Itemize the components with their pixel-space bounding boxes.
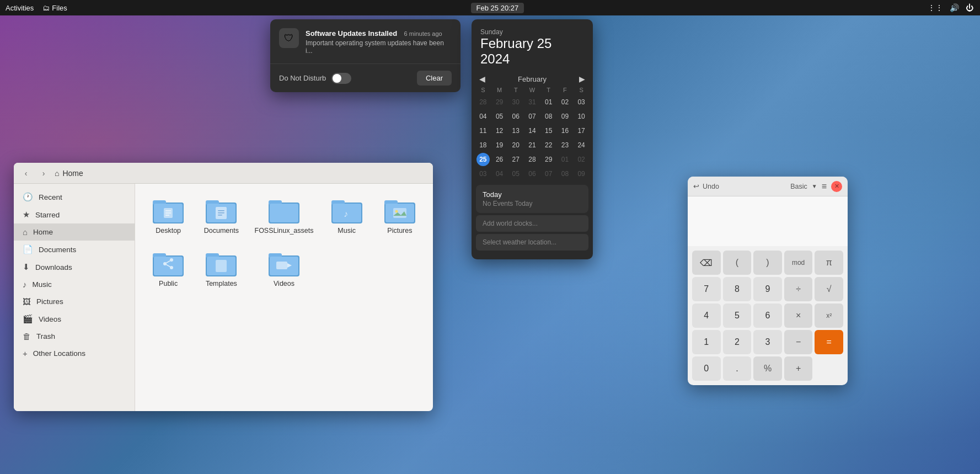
cal-day[interactable]: 06: [526, 167, 539, 180]
chevron-down-icon[interactable]: ▼: [812, 183, 817, 189]
folder-videos[interactable]: Videos: [250, 246, 318, 292]
cal-day[interactable]: 12: [493, 124, 506, 137]
menu-icon[interactable]: ≡: [822, 182, 827, 191]
folder-public[interactable]: Public: [144, 246, 192, 292]
sidebar-item-documents[interactable]: 📄 Documents: [14, 241, 135, 258]
calc-1-button[interactable]: 1: [692, 330, 721, 354]
sidebar-item-music[interactable]: ♪ Music: [14, 276, 135, 293]
cal-day[interactable]: 15: [542, 124, 555, 137]
calc-equals-button[interactable]: =: [815, 330, 843, 354]
cal-day[interactable]: 16: [558, 124, 571, 137]
cal-day[interactable]: 30: [509, 95, 522, 109]
calc-7-button[interactable]: 7: [692, 277, 721, 301]
cal-day[interactable]: 29: [493, 95, 506, 109]
sidebar-item-pictures[interactable]: 🖼 Pictures: [14, 293, 135, 310]
cal-day[interactable]: 05: [493, 110, 506, 123]
forward-button[interactable]: ›: [37, 167, 50, 180]
calc-4-button[interactable]: 4: [692, 303, 721, 328]
calc-9-button[interactable]: 9: [753, 277, 782, 301]
calc-close-paren-button[interactable]: ): [753, 251, 782, 275]
calc-multiply-button[interactable]: ×: [784, 303, 813, 328]
cal-day[interactable]: 29: [542, 153, 555, 166]
cal-day[interactable]: 22: [542, 139, 555, 152]
cal-day[interactable]: 18: [476, 139, 490, 152]
calc-5-button[interactable]: 5: [723, 303, 752, 328]
folder-documents[interactable]: Documents: [197, 193, 245, 239]
calc-decimal-button[interactable]: .: [723, 356, 752, 381]
folder-music[interactable]: ♪ Music: [323, 193, 371, 239]
calc-6-button[interactable]: 6: [753, 303, 782, 328]
calc-square-button[interactable]: x²: [815, 303, 843, 328]
calc-3-button[interactable]: 3: [753, 330, 782, 354]
folder-templates[interactable]: Templates: [197, 246, 245, 292]
calc-sqrt-button[interactable]: √: [815, 277, 843, 301]
select-weather-button[interactable]: Select weather location...: [476, 234, 588, 251]
add-world-clocks-button[interactable]: Add world clocks...: [476, 215, 588, 232]
cal-day[interactable]: 01: [558, 153, 571, 166]
calc-pi-button[interactable]: π: [815, 251, 843, 275]
calc-close-button[interactable]: ✕: [831, 181, 842, 192]
activities-button[interactable]: Activities: [6, 4, 34, 12]
cal-day[interactable]: 21: [526, 139, 539, 152]
cal-day[interactable]: 08: [558, 167, 571, 180]
sidebar-item-starred[interactable]: ★ Starred: [14, 206, 135, 223]
cal-day[interactable]: 14: [526, 124, 539, 137]
datetime-display[interactable]: Feb 25 20:27: [471, 3, 524, 13]
calc-open-paren-button[interactable]: (: [723, 251, 752, 275]
calc-subtract-button[interactable]: −: [784, 330, 813, 354]
cal-day-today[interactable]: 25: [476, 153, 490, 166]
sidebar-item-videos[interactable]: 🎬 Videos: [14, 310, 135, 328]
calc-0-button[interactable]: 0: [692, 356, 721, 381]
cal-day[interactable]: 05: [509, 167, 522, 180]
calc-add-button[interactable]: +: [784, 356, 813, 381]
back-button[interactable]: ‹: [19, 167, 33, 180]
cal-day[interactable]: 11: [476, 124, 490, 137]
cal-day[interactable]: 03: [575, 95, 588, 109]
cal-day[interactable]: 08: [542, 110, 555, 123]
cal-day[interactable]: 03: [476, 167, 490, 180]
sidebar-item-trash[interactable]: 🗑 Trash: [14, 328, 135, 345]
sidebar-item-recent[interactable]: 🕐 Recent: [14, 188, 135, 206]
cal-day[interactable]: 31: [526, 95, 539, 109]
folder-pictures[interactable]: Pictures: [376, 193, 424, 239]
calc-backspace-button[interactable]: ⌫: [692, 251, 721, 275]
clear-button[interactable]: Clear: [417, 71, 452, 86]
folder-desktop[interactable]: Desktop: [144, 193, 192, 239]
files-app-label[interactable]: 🗂 Files: [42, 4, 67, 12]
cal-day[interactable]: 10: [575, 110, 588, 123]
cal-day[interactable]: 04: [476, 110, 490, 123]
cal-day[interactable]: 09: [575, 167, 588, 180]
calc-2-button[interactable]: 2: [723, 330, 752, 354]
sidebar-item-home[interactable]: ⌂ Home: [14, 223, 135, 241]
volume-icon[interactable]: 🔊: [950, 3, 959, 12]
calc-percent-button[interactable]: %: [753, 356, 782, 381]
cal-day[interactable]: 27: [509, 153, 522, 166]
sidebar-item-downloads[interactable]: ⬇ Downloads: [14, 258, 135, 276]
cal-day[interactable]: 02: [575, 153, 588, 166]
cal-day[interactable]: 28: [526, 153, 539, 166]
cal-day[interactable]: 23: [558, 139, 571, 152]
power-icon[interactable]: ⏻: [966, 3, 973, 12]
calc-mod-button[interactable]: mod: [784, 251, 813, 275]
cal-day[interactable]: 06: [509, 110, 522, 123]
calc-divide-button[interactable]: ÷: [784, 277, 813, 301]
cal-day[interactable]: 09: [558, 110, 571, 123]
dnd-toggle[interactable]: [331, 73, 351, 84]
cal-day[interactable]: 20: [509, 139, 522, 152]
sidebar-item-other-locations[interactable]: + Other Locations: [14, 345, 135, 362]
cal-day[interactable]: 26: [493, 153, 506, 166]
cal-day[interactable]: 24: [575, 139, 588, 152]
cal-day[interactable]: 19: [493, 139, 506, 152]
cal-day[interactable]: 04: [493, 167, 506, 180]
cal-day[interactable]: 17: [575, 124, 588, 137]
cal-day[interactable]: 07: [526, 110, 539, 123]
cal-next-button[interactable]: ▶: [576, 73, 588, 84]
calc-8-button[interactable]: 8: [723, 277, 752, 301]
network-icon[interactable]: ⋮⋮: [928, 3, 943, 12]
cal-day[interactable]: 01: [542, 95, 555, 109]
cal-day[interactable]: 02: [558, 95, 571, 109]
cal-day[interactable]: 28: [476, 95, 490, 109]
folder-fosslinux[interactable]: FOSSLinux_assets: [250, 193, 318, 239]
cal-prev-button[interactable]: ◀: [476, 73, 489, 84]
cal-day[interactable]: 13: [509, 124, 522, 137]
